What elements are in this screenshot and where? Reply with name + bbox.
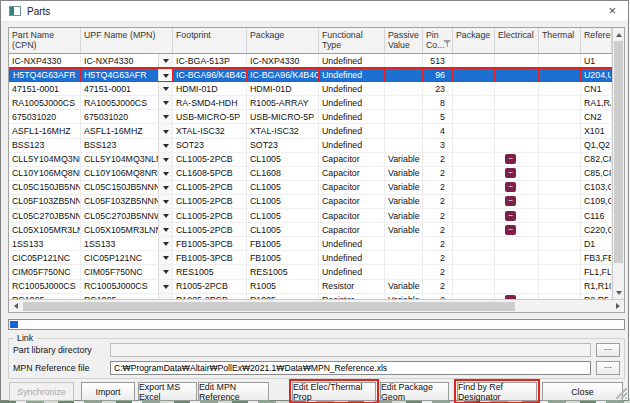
cell-package2: [453, 153, 495, 166]
table-row[interactable]: CLL5Y104MQ3NLNCCLL5Y104MQ3NLNCCL1005-2PC…: [9, 153, 612, 167]
cell-cpn: CL05X105MR3LNNH: [9, 223, 81, 236]
cell-package: CL1005: [247, 223, 319, 236]
table-row[interactable]: CL05F103ZB5NNNCCL05F103ZB5NNNCCL1005-2PC…: [9, 195, 612, 209]
mpn-dropdown-icon[interactable]: [158, 195, 172, 208]
edit-elec-thermal-prop-button[interactable]: Edit Elec/Thermal Prop: [292, 382, 376, 401]
column-header-electrical[interactable]: Electrical: [495, 28, 539, 53]
mpn-dropdown-icon[interactable]: [158, 124, 172, 137]
part-library-browse-button[interactable]: ...: [596, 343, 620, 357]
electrical-property-icon[interactable]: ~: [505, 225, 516, 235]
mpn-dropdown-icon[interactable]: [158, 209, 172, 222]
electrical-property-icon[interactable]: ~: [505, 154, 516, 164]
table-row[interactable]: BSS123BSS123SOT23SOT23Undefined3Q1,Q2: [9, 139, 612, 153]
scroll-up-icon[interactable]: [613, 28, 624, 40]
table-row[interactable]: IC-NXP4330IC-NXP4330IC-BGA-513PIC-NXP433…: [9, 54, 612, 68]
table-row[interactable]: CL05X105MR3LNNHCL05X105MR3LNNHCL1005-2PC…: [9, 223, 612, 237]
scroll-left-icon[interactable]: [9, 300, 21, 312]
mpn-dropdown-icon[interactable]: [158, 153, 172, 166]
cell-pins: 2: [423, 153, 453, 166]
table-row[interactable]: CIM05F750NCCIM05F750NCRES1005RES1005Unde…: [9, 265, 612, 279]
table-row[interactable]: ASFL1-16MHZASFL1-16MHZXTAL-ISC32XTAL-ISC…: [9, 124, 612, 138]
cell-mpn: CL10Y106MQ8NRNC: [81, 167, 173, 180]
table-row[interactable]: 1SS1331SS133FB1005-3PCBFB1005Undefined2D…: [9, 237, 612, 251]
electrical-property-icon[interactable]: ~: [505, 196, 516, 206]
table-row[interactable]: 675031020675031020USB-MICRO-5PUSB-MICRO-…: [9, 110, 612, 124]
close-button[interactable]: Close: [542, 382, 623, 401]
resize-grip-icon[interactable]: [616, 388, 627, 399]
scroll-down-icon[interactable]: [613, 287, 624, 299]
column-header-mpn[interactable]: UPF Name (MPN): [81, 28, 173, 53]
mpn-dropdown-icon[interactable]: [158, 251, 172, 264]
electrical-property-icon[interactable]: ~: [505, 182, 516, 192]
mpn-dropdown-icon[interactable]: [158, 54, 172, 67]
cell-cpn: RC1005J000CS: [9, 280, 81, 293]
electrical-property-icon[interactable]: ~: [505, 168, 516, 178]
mpn-dropdown-icon[interactable]: [158, 237, 172, 250]
cell-electrical: [495, 139, 539, 152]
mpn-dropdown-icon[interactable]: [158, 82, 172, 95]
import-button[interactable]: Import: [81, 382, 135, 401]
mpn-reference-file-input[interactable]: C:₩ProgramData₩Altair₩PollEx₩2021.1₩Data…: [110, 361, 591, 375]
cell-pins: 2: [423, 181, 453, 194]
mpn-dropdown-icon[interactable]: [158, 294, 172, 299]
find-by-ref-designator-button[interactable]: Find by Ref Designator: [457, 382, 537, 401]
column-header-package[interactable]: Package: [247, 28, 319, 53]
close-icon[interactable]: ×: [604, 4, 620, 18]
cell-functional: Undefined: [319, 96, 385, 109]
column-header-pins[interactable]: Pin Co...: [423, 28, 453, 53]
cell-package: CL1005: [247, 181, 319, 194]
vertical-scrollbar[interactable]: [612, 28, 624, 299]
mpn-dropdown-icon[interactable]: [158, 96, 172, 109]
mpn-dropdown-icon[interactable]: [158, 69, 172, 81]
horizontal-scrollbar-thumb[interactable]: [23, 302, 515, 311]
column-header-package2[interactable]: Package: [453, 28, 495, 53]
vertical-scrollbar-thumb[interactable]: [614, 41, 623, 263]
column-header-thermal[interactable]: Thermal: [539, 28, 581, 53]
filter-icon[interactable]: [443, 40, 451, 48]
mpn-reference-browse-button[interactable]: ...: [596, 361, 620, 375]
column-header-functional[interactable]: Functional Type: [319, 28, 385, 53]
electrical-property-icon[interactable]: ~: [505, 211, 516, 221]
mpn-dropdown-icon[interactable]: [158, 223, 172, 236]
mpn-dropdown-icon[interactable]: [158, 110, 172, 123]
part-library-directory-input[interactable]: [110, 343, 591, 357]
horizontal-scrollbar[interactable]: [9, 299, 624, 312]
column-header-passive[interactable]: Passive Value: [385, 28, 423, 53]
table-row[interactable]: RA1005J000CSRA1005J000CSRA-SMD4-HDHR1005…: [9, 96, 612, 110]
edit-mpn-reference-button[interactable]: Edit MPN Reference: [198, 382, 269, 401]
table-row[interactable]: CL10Y106MQ8NRNCCL10Y106MQ8NRNCCL1608-5PC…: [9, 167, 612, 181]
cell-mpn: BSS123: [81, 139, 173, 152]
cell-functional: Capacitor: [319, 181, 385, 194]
mpn-dropdown-icon[interactable]: [158, 181, 172, 194]
cell-refs: R1,R10,: [581, 280, 612, 293]
export-ms-excel-button[interactable]: Export MS Excel: [138, 382, 197, 401]
scroll-right-icon[interactable]: [612, 300, 624, 312]
mpn-dropdown-icon[interactable]: [158, 265, 172, 278]
cell-electrical: ~: [495, 153, 539, 166]
column-header-footprint[interactable]: Footprint: [173, 28, 247, 53]
table-row[interactable]: RC1005J000CSRC1005J000CSR1005-2PCBR1005R…: [9, 280, 612, 294]
cell-functional: Undefined: [319, 110, 385, 123]
dialog-button-row: SynchronizeImportExport MS ExcelEdit MPN…: [8, 382, 625, 401]
table-row[interactable]: CIC05P121NCCIC05P121NCFB1005-3PCBFB1005U…: [9, 251, 612, 265]
cell-cpn: IC-NXP4330: [9, 54, 81, 67]
cell-cpn: CIC05P121NC: [9, 251, 81, 264]
link-group-label: Link: [14, 333, 36, 343]
synchronize-button[interactable]: Synchronize: [9, 382, 74, 401]
edit-package-geom-button[interactable]: Edit Package Geom: [380, 382, 449, 401]
table-row[interactable]: 47151-000147151-0001HDMI-01DHDMI-01DUnde…: [9, 82, 612, 96]
cell-mpn: ASFL1-16MHZ: [81, 124, 173, 137]
cell-package2: [453, 82, 495, 95]
cell-mpn: CL05C270JB5NNWC: [81, 209, 173, 222]
cell-passive: [385, 265, 423, 278]
column-header-cpn[interactable]: Part Name (CPN): [9, 28, 81, 53]
mpn-dropdown-icon[interactable]: [158, 167, 172, 180]
table-row[interactable]: CL05C270JB5NNWCCL05C270JB5NNWCCL1005-2PC…: [9, 209, 612, 223]
mpn-dropdown-icon[interactable]: [158, 139, 172, 152]
cell-package2: [453, 280, 495, 293]
mpn-dropdown-icon[interactable]: [158, 280, 172, 293]
cell-pins: 2: [423, 251, 453, 264]
column-header-refs[interactable]: Referen: [581, 28, 612, 53]
table-row[interactable]: CL05C150JB5NNNDCL05C150JB5NNNDCL1005-2PC…: [9, 181, 612, 195]
table-row-selected[interactable]: H5TQ4G63AFRH5TQ4G63AFRIC-BGA96/K4B4G16IC…: [9, 68, 612, 82]
